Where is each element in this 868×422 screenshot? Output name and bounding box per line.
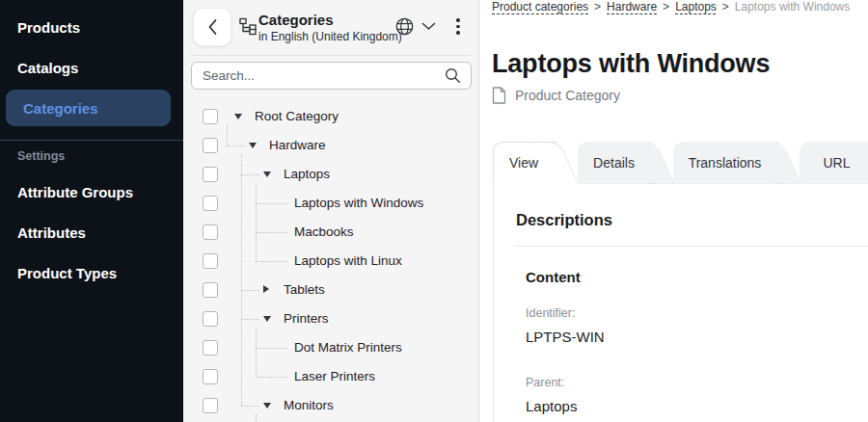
tree-item-label[interactable]: Hardware	[269, 138, 326, 152]
tree-panel-header: Categories in English (United Kingdom)	[183, 0, 478, 55]
tree-item-label[interactable]: Macbooks	[294, 224, 354, 239]
sidebar-item-products[interactable]: Products	[0, 9, 183, 45]
tree-checkbox[interactable]	[203, 253, 218, 269]
sidebar-item-attributes[interactable]: Attributes	[0, 214, 183, 251]
tree-connector	[241, 154, 242, 406]
app-window: ProductsCatalogsCategories Settings Attr…	[0, 0, 868, 422]
breadcrumb-link[interactable]: Laptops	[675, 0, 717, 13]
tree-checkbox[interactable]	[203, 167, 218, 182]
field-value: Laptops	[526, 398, 577, 414]
tree-checkbox[interactable]	[203, 340, 218, 356]
field-value: LPTPS-WIN	[526, 329, 605, 345]
breadcrumb: Product categories>Hardware>Laptops>Lapt…	[492, 0, 850, 13]
collapse-toggle-icon[interactable]	[263, 171, 271, 177]
tree-row-macbooks: Macbooks	[183, 218, 479, 247]
tree-connector	[256, 232, 287, 233]
tree-row-laser-printers: Laser Printers	[183, 362, 479, 391]
tab-bar: ViewDetailsTranslationsURL	[493, 142, 868, 183]
panel-title: Categories	[258, 12, 402, 28]
sidebar-divider	[0, 140, 183, 141]
tree-connector	[241, 290, 259, 291]
breadcrumb-separator: >	[594, 0, 601, 13]
content-heading: Content	[526, 269, 581, 285]
tree-item-label[interactable]: Tablets	[284, 282, 325, 297]
sidebar-item-product-types[interactable]: Product Types	[0, 254, 183, 291]
tree-row-laptops: Laptops	[183, 160, 479, 189]
tree-item-label[interactable]: Printers	[284, 311, 329, 326]
tab-translations[interactable]: Translations	[673, 142, 800, 183]
tree-row-tablets: Tablets	[183, 276, 479, 304]
tab-label: View	[493, 142, 555, 183]
chevron-down-icon	[421, 22, 436, 31]
locale-selector[interactable]	[394, 16, 415, 37]
tree-checkbox[interactable]	[203, 196, 218, 211]
tree-checkbox[interactable]	[203, 369, 218, 384]
tree-row-dot-matrix-printers: Dot Matrix Printers	[183, 333, 479, 362]
breadcrumb-link[interactable]: Hardware	[607, 0, 657, 13]
collapse-toggle-icon[interactable]	[249, 143, 257, 148]
tree-connector	[227, 125, 228, 145]
expand-toggle-icon[interactable]	[263, 285, 269, 293]
tree-row-root-category: Root Category	[183, 102, 479, 131]
back-button[interactable]	[193, 8, 231, 46]
sidebar-item-catalogs[interactable]: Catalogs	[0, 49, 183, 86]
tree-connector	[241, 319, 259, 320]
tree-item-label[interactable]: Root Category	[255, 109, 339, 123]
tree-item-label[interactable]: Laptops	[284, 167, 330, 181]
field-label: Identifier:	[526, 306, 575, 320]
globe-icon	[394, 16, 415, 37]
tree-connector	[256, 183, 257, 261]
collapse-toggle-icon[interactable]	[234, 114, 242, 119]
breadcrumb-link[interactable]: Product categories	[492, 0, 588, 13]
tab-content-border	[493, 183, 494, 422]
tab-label: URL	[800, 142, 868, 183]
tree-connector	[256, 328, 257, 377]
tree-item-label[interactable]: Monitors	[284, 398, 334, 412]
tree-checkbox[interactable]	[203, 398, 218, 413]
document-icon	[492, 87, 506, 104]
tree-connector	[256, 414, 257, 422]
collapse-toggle-icon[interactable]	[263, 403, 271, 409]
tree-item-label[interactable]: Laptops with Windows	[294, 196, 423, 210]
sidebar-item-categories[interactable]: Categories	[6, 90, 171, 126]
tab-label: Translations	[673, 142, 776, 183]
tree-row-monitors: Monitors	[183, 391, 479, 420]
collapse-toggle-icon[interactable]	[263, 316, 271, 322]
tree-connector	[256, 261, 287, 262]
category-tree: Root CategoryHardwareLaptopsLaptops with…	[183, 102, 479, 422]
tree-item-label[interactable]: Laser Printers	[294, 369, 375, 383]
tree-checkbox[interactable]	[203, 311, 218, 327]
section-divider	[514, 246, 868, 247]
sidebar-item-attribute-groups[interactable]: Attribute Groups	[0, 173, 183, 210]
search-icon	[445, 67, 461, 84]
tree-checkbox[interactable]	[203, 138, 218, 153]
tree-checkbox[interactable]	[203, 109, 218, 124]
header-divider	[191, 55, 471, 56]
field-label: Parent:	[526, 376, 564, 389]
tree-connector	[256, 348, 287, 349]
tree-checkbox[interactable]	[203, 282, 218, 298]
tree-checkbox[interactable]	[203, 224, 218, 240]
tree-row-printers: Printers	[183, 304, 479, 333]
search-input[interactable]	[192, 68, 445, 83]
tree-row-laptops-with-windows: Laptops with Windows	[183, 189, 479, 218]
breadcrumb-separator: >	[722, 0, 729, 13]
panel-menu-button[interactable]	[451, 16, 465, 36]
chevron-left-icon	[207, 18, 218, 36]
tree-connector	[227, 145, 245, 146]
tab-url[interactable]: URL	[800, 142, 868, 183]
tab-view[interactable]: View	[493, 142, 578, 183]
kebab-icon	[456, 18, 460, 22]
tree-connector	[241, 174, 259, 175]
locale-dropdown-toggle[interactable]	[421, 22, 436, 31]
tab-details[interactable]: Details	[578, 142, 673, 183]
tree-item-label[interactable]: Dot Matrix Printers	[294, 340, 402, 355]
tab-label: Details	[578, 142, 650, 183]
tree-item-label[interactable]: Laptops with Linux	[294, 253, 402, 268]
tree-connector	[241, 406, 259, 407]
tree-search	[191, 62, 472, 90]
sidebar-section-label: Settings	[17, 149, 65, 163]
tree-row-laptops-with-linux: Laptops with Linux	[183, 247, 479, 276]
sidebar: ProductsCatalogsCategories Settings Attr…	[0, 0, 183, 422]
panel-locale-subtitle: in English (United Kingdom)	[258, 30, 402, 43]
